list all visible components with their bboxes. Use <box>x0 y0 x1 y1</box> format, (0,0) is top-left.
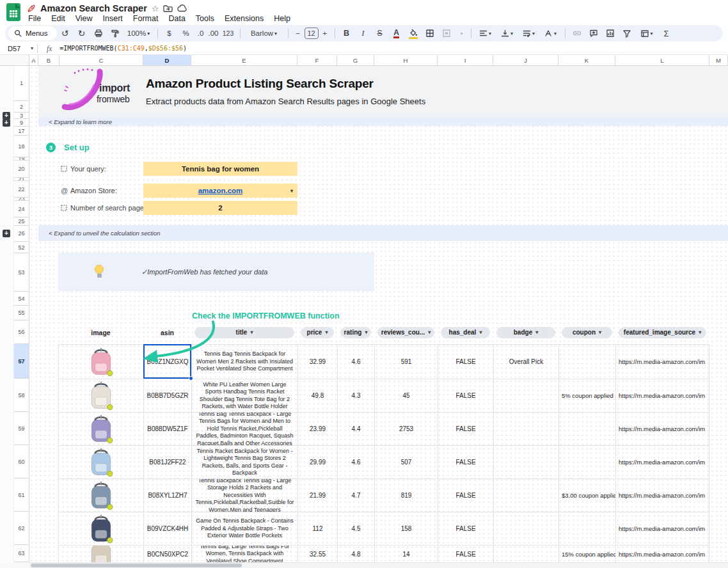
cell-image[interactable] <box>58 512 143 545</box>
horizontal-align-button[interactable]: ▾ <box>475 26 496 40</box>
row-header-62[interactable]: 62 <box>14 512 29 545</box>
cell-title[interactable]: Tennis Racket Backpack for Women - Light… <box>191 446 297 478</box>
row-header-20[interactable]: 20 <box>14 161 29 178</box>
filter-views-button[interactable]: ▾ <box>636 26 658 40</box>
cell-featured-image-source[interactable]: https://m.media-amazon.com/im <box>615 345 709 379</box>
column-filter-coupon[interactable]: coupon▾ <box>562 327 612 338</box>
cell-image[interactable] <box>58 413 143 445</box>
insert-chart-button[interactable] <box>603 26 618 40</box>
vertical-align-button[interactable]: ▾ <box>497 26 518 40</box>
row-header-55[interactable]: 55 <box>14 306 29 320</box>
cell-badge[interactable] <box>493 446 558 478</box>
row-header-1[interactable]: 1 <box>14 66 29 101</box>
column-header-C[interactable]: C <box>59 55 143 66</box>
cell-featured-image-source[interactable]: https://m.media-amazon.com/im <box>615 512 709 545</box>
row-header-56[interactable]: 56 <box>14 320 29 344</box>
cell-has-deal[interactable]: FALSE <box>438 413 493 445</box>
cell-coupon[interactable] <box>558 446 615 478</box>
cell-badge[interactable] <box>493 546 558 562</box>
cell-asin[interactable]: B08XYL1ZH7 <box>143 479 191 512</box>
cell-badge[interactable] <box>493 479 558 512</box>
scrollbar-thumb[interactable] <box>31 564 242 567</box>
row-header-60[interactable]: 60 <box>14 445 29 478</box>
row-header-9[interactable]: 9 <box>14 119 29 127</box>
column-header-M[interactable]: M <box>709 55 728 66</box>
cell-price[interactable]: 49.8 <box>297 379 337 412</box>
borders-button[interactable] <box>422 26 438 40</box>
column-header-B[interactable]: B <box>38 55 59 66</box>
expand-calculation-label[interactable]: < Expand to unveil the calculation secti… <box>38 230 161 237</box>
font-select[interactable]: Barlow▾ <box>244 26 284 40</box>
cell-coupon[interactable]: 15% coupon applied <box>558 546 615 562</box>
formula-input[interactable]: =IMPORTFROMWEB(C31:C49,$D$56:$56) <box>59 45 187 52</box>
column-filter-rating[interactable]: rating▾ <box>340 327 371 338</box>
cell-image[interactable] <box>58 345 143 379</box>
column-header-K[interactable]: K <box>558 55 615 66</box>
strikethrough-button[interactable]: S <box>372 26 388 40</box>
cell-asin[interactable]: B09VZCK4HH <box>143 512 191 545</box>
text-wrap-button[interactable]: ▾ <box>519 26 539 40</box>
cell-title[interactable]: Game On Tennis Backpack - Contains Padde… <box>191 512 297 545</box>
cell-rating[interactable]: 4.4 <box>337 413 374 445</box>
redo-button[interactable]: ↻ <box>74 26 90 40</box>
column-header-D[interactable]: D <box>143 55 191 66</box>
cell-featured-image-source[interactable]: https://m.media-amazon.com/im <box>615 479 709 512</box>
cell-badge[interactable]: Overall Pick <box>493 345 558 379</box>
cell-image[interactable] <box>58 479 143 512</box>
row-header-63[interactable]: 63 <box>14 545 29 562</box>
cell-title[interactable]: Tennis Bag Tennis Backpack - Large Tenni… <box>191 413 297 445</box>
zoom-select[interactable]: 100%▾ <box>124 26 154 40</box>
decrease-font-size-button[interactable]: − <box>292 26 304 40</box>
expand-group-button[interactable]: + <box>3 230 10 237</box>
row-header-18[interactable]: 18 <box>14 136 29 157</box>
cell-title[interactable]: Tennis Bag Tennis Backpack for Women Men… <box>191 345 297 379</box>
cell-badge[interactable] <box>493 379 558 412</box>
cell-rating[interactable]: 4.5 <box>337 512 374 545</box>
cell-asin[interactable]: B0CN50XPC2 <box>143 546 191 562</box>
menu-edit[interactable]: Edit <box>46 13 70 24</box>
cell-rating[interactable]: 4.3 <box>337 379 374 412</box>
format-percent-button[interactable]: % <box>178 26 194 40</box>
row-header-53[interactable]: 53 <box>14 253 29 292</box>
italic-button[interactable]: I <box>356 26 371 40</box>
cell-reviews-count[interactable]: 45 <box>374 379 438 412</box>
cell-rating[interactable]: 4.6 <box>337 345 374 379</box>
document-title[interactable]: Amazon Search Scraper <box>40 3 147 13</box>
cell-asin[interactable]: B088DW5Z1F <box>143 413 191 445</box>
cell-featured-image-source[interactable]: https://m.media-amazon.com/im <box>615 379 709 412</box>
menu-extensions[interactable]: Extensions <box>219 13 269 24</box>
cell-reviews-count[interactable]: 2753 <box>374 413 438 445</box>
menu-data[interactable]: Data <box>163 13 190 24</box>
cell-rating[interactable]: 4.7 <box>337 479 374 512</box>
cell-has-deal[interactable]: FALSE <box>438 379 493 412</box>
expand-learn-more-label[interactable]: < Expand to learn more <box>38 118 112 125</box>
store-select[interactable]: amazon.com ▾ <box>143 184 297 198</box>
cell-reviews-count[interactable]: 507 <box>374 446 438 478</box>
cell-image[interactable] <box>58 546 143 562</box>
row-header-59[interactable]: 59 <box>14 412 29 445</box>
cell-title[interactable]: White PU Leather Women Large Sports Hand… <box>191 379 297 412</box>
cell-has-deal[interactable]: FALSE <box>438 479 493 512</box>
row-header-17[interactable]: 17 <box>14 127 29 136</box>
menu-tools[interactable]: Tools <box>191 13 219 24</box>
column-header-I[interactable]: I <box>438 55 493 66</box>
row-header-58[interactable]: 58 <box>14 379 29 412</box>
cell-reviews-count[interactable]: 591 <box>374 345 438 379</box>
menu-view[interactable]: View <box>70 13 98 24</box>
cell-featured-image-source[interactable]: https://m.media-amazon.com/im <box>615 446 709 478</box>
row-header-52[interactable]: 52 <box>14 242 29 253</box>
row-header-57[interactable]: 57 <box>14 344 29 379</box>
increase-font-size-button[interactable]: + <box>319 26 331 40</box>
row-header-26[interactable]: 26 <box>14 226 29 242</box>
cell-has-deal[interactable]: FALSE <box>438 546 493 562</box>
store-link[interactable]: amazon.com <box>198 187 243 194</box>
print-button[interactable] <box>91 26 106 40</box>
cell-title[interactable]: Tennis Bag, Large Tennis Bags For Women,… <box>191 546 297 562</box>
merge-cells-dropdown[interactable]: ▾ <box>455 26 467 40</box>
column-filter-badge[interactable]: badge▾ <box>496 327 555 338</box>
merge-cells-button[interactable] <box>439 26 454 40</box>
menu-format[interactable]: Format <box>128 13 164 24</box>
cell-has-deal[interactable]: FALSE <box>438 446 493 478</box>
row-header-61[interactable]: 61 <box>14 478 29 512</box>
menu-file[interactable]: File <box>23 13 46 24</box>
